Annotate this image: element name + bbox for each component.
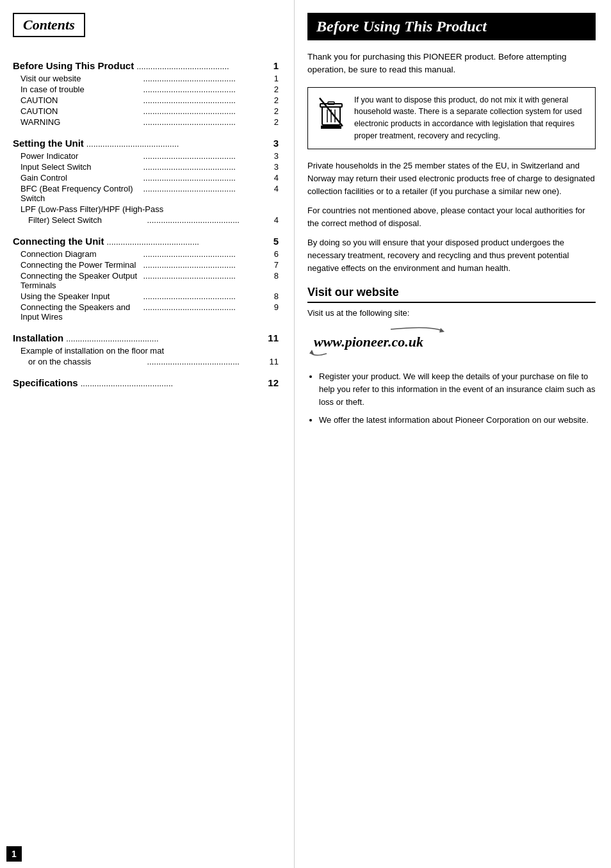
toc-item-dots: ........................................ (147, 215, 264, 225)
url-graphic: www.pioneer.co.uk (307, 324, 461, 359)
toc-item-page: 2 (266, 117, 279, 127)
toc-list: Before Using This Product...............… (13, 60, 279, 388)
svg-text:www.pioneer.co.uk: www.pioneer.co.uk (314, 334, 423, 350)
toc-item-dots: ........................................ (143, 302, 264, 322)
toc-item-dots: ........................................ (147, 357, 264, 366)
visit-header: Visit our website (307, 286, 596, 303)
toc-item-dots: ........................................ (143, 249, 264, 259)
toc-item-dots: ........................................ (143, 184, 264, 203)
toc-entry: Example of installation on the floor mat (13, 345, 279, 356)
toc-entry: WARNING.................................… (13, 117, 279, 127)
toc-section-dots: ........................................ (107, 237, 264, 247)
toc-item-title: CAUTION (13, 106, 141, 116)
toc-entry: Input Select Switch.....................… (13, 161, 279, 172)
toc-item-dots: ........................................ (143, 106, 264, 116)
disposal-text: If you want to dispose this product, do … (354, 94, 587, 142)
disposal-icon (316, 95, 346, 129)
toc-section-page: 12 (266, 377, 279, 388)
toc-item-dots: ........................................ (143, 85, 264, 94)
toc-item-title: Example of installation on the floor mat (13, 346, 279, 356)
disposal-box: If you want to dispose this product, do … (307, 87, 596, 149)
toc-section-title: Specifications (13, 377, 78, 388)
toc-item-title: Connection Diagram (13, 249, 141, 259)
contents-header: Contents (13, 13, 85, 37)
toc-item-page: 2 (266, 106, 279, 116)
toc-section-page: 1 (266, 60, 279, 71)
toc-item-dots: ........................................ (143, 117, 264, 127)
toc-entry: Using the Speaker Input.................… (13, 291, 279, 302)
toc-item-page: 4 (266, 215, 279, 225)
toc-item-title: Power Indicator (13, 151, 141, 161)
body-text-2: For countries not mentioned above, pleas… (307, 204, 596, 230)
toc-item-page: 3 (266, 162, 279, 172)
toc-item-page: 7 (266, 260, 279, 270)
toc-entry: Gain Control............................… (13, 172, 279, 183)
toc-section-title: Setting the Unit (13, 138, 84, 149)
toc-item-page: 6 (266, 249, 279, 259)
toc-entry: LPF (Low-Pass Filter)/HPF (High-Pass (13, 204, 279, 215)
bullet-item: Register your product. We will keep the … (319, 370, 596, 409)
toc-item-dots: ........................................ (143, 291, 264, 301)
toc-entry: Connecting the Power Terminal...........… (13, 259, 279, 270)
toc-entry: Connecting the Speaker Output Terminals.… (13, 270, 279, 291)
toc-item-title: Connecting the Speaker Output Terminals (13, 271, 141, 290)
toc-item-page: 4 (266, 173, 279, 183)
toc-section-dots: ........................................ (136, 61, 263, 71)
toc-entry: Connection Diagram......................… (13, 249, 279, 259)
toc-item-title: Using the Speaker Input (13, 291, 141, 301)
url-container: www.pioneer.co.uk (307, 324, 596, 361)
visit-title: Visit our website (307, 286, 596, 302)
toc-item-dots: ........................................ (143, 173, 264, 183)
bullet-list: Register your product. We will keep the … (307, 370, 596, 427)
toc-item-title: or on the chassis (13, 357, 145, 366)
right-column: Before Using This Product Thank you for … (295, 0, 611, 868)
toc-section-title: Installation (13, 332, 63, 343)
toc-section-page: 5 (266, 236, 279, 247)
toc-section-dots: ........................................ (86, 139, 263, 149)
page-container: Contents Before Using This Product......… (0, 0, 611, 868)
page-number-badge: 1 (6, 846, 22, 862)
toc-section-row: Connecting the Unit.....................… (13, 236, 279, 247)
toc-entry: Filter) Select Switch...................… (13, 215, 279, 225)
toc-item-dots: ........................................ (143, 260, 264, 270)
svg-marker-9 (309, 350, 314, 354)
toc-item-page: 2 (266, 85, 279, 94)
toc-item-page: 2 (266, 95, 279, 105)
toc-item-page: 8 (266, 271, 279, 290)
toc-entry: Connecting the Speakers and Input Wires.… (13, 302, 279, 322)
svg-rect-7 (321, 126, 341, 129)
toc-item-title: Gain Control (13, 173, 141, 183)
toc-item-page: 9 (266, 302, 279, 322)
visit-sub: Visit us at the following site: (307, 308, 596, 318)
contents-title: Contents (23, 17, 75, 33)
toc-item-title: Visit our website (13, 74, 141, 83)
toc-entry: In case of trouble......................… (13, 84, 279, 95)
bullet-item: We offer the latest information about Pi… (319, 414, 596, 427)
toc-item-dots: ........................................ (143, 74, 264, 83)
body-text-3: By doing so you will ensure that your di… (307, 236, 596, 275)
toc-item-dots: ........................................ (143, 271, 264, 290)
toc-item-page: 8 (266, 291, 279, 301)
toc-section-row: Before Using This Product...............… (13, 60, 279, 71)
toc-item-title: CAUTION (13, 95, 141, 105)
toc-section-row: Installation............................… (13, 332, 279, 343)
toc-item-title: WARNING (13, 117, 141, 127)
toc-item-dots: ........................................ (143, 162, 264, 172)
toc-entry: CAUTION.................................… (13, 106, 279, 117)
toc-item-page: 11 (266, 357, 279, 366)
toc-section-row: Specifications..........................… (13, 377, 279, 388)
toc-entry: Power Indicator.........................… (13, 151, 279, 161)
toc-section-title: Connecting the Unit (13, 236, 104, 247)
toc-section-page: 11 (266, 332, 279, 343)
toc-item-title: Filter) Select Switch (13, 215, 145, 225)
intro-text: Thank you for purchasing this PIONEER pr… (307, 51, 596, 77)
toc-item-dots: ........................................ (143, 151, 264, 161)
toc-section-row: Setting the Unit........................… (13, 138, 279, 149)
toc-item-title: Connecting the Power Terminal (13, 260, 141, 270)
toc-item-title: In case of trouble (13, 85, 141, 94)
toc-item-page: 1 (266, 74, 279, 83)
toc-section-dots: ........................................ (66, 334, 263, 343)
toc-item-dots: ........................................ (143, 95, 264, 105)
toc-section-page: 3 (266, 138, 279, 149)
left-column: Contents Before Using This Product......… (0, 0, 295, 868)
